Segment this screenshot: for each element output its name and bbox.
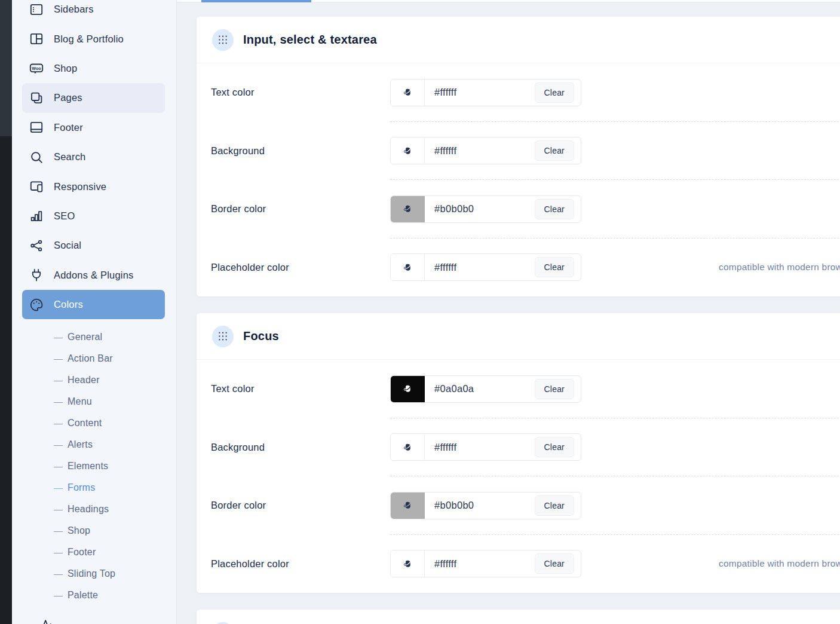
section-header: Focus	[197, 313, 840, 360]
sidebar-item-pages[interactable]: Pages	[22, 83, 165, 112]
sidebar-subitem-alerts[interactable]: — Alerts	[12, 434, 176, 455]
color-picker-control: Clear	[390, 195, 581, 223]
wp-admin-strip[interactable]	[0, 0, 12, 624]
color-swatch-button[interactable]	[391, 550, 425, 577]
hex-color-input[interactable]	[425, 79, 535, 106]
dash-icon: —	[54, 439, 68, 449]
sidebar-item-shop[interactable]: Woo Shop	[22, 54, 165, 83]
settings-section: Input, select & textarea Text color Clea…	[197, 17, 840, 296]
sidebar-item-sidebars[interactable]: Sidebars	[22, 0, 165, 24]
section-rows: Text color Clear Background Clear Border…	[197, 63, 840, 296]
hex-color-input[interactable]	[425, 434, 535, 460]
compatibility-note: compatible with modern browsers	[719, 262, 840, 273]
color-swatch-button[interactable]	[391, 137, 425, 164]
color-setting-row: Text color Clear	[197, 360, 840, 418]
clear-button[interactable]: Clear	[535, 257, 574, 277]
clear-button[interactable]: Clear	[535, 199, 574, 219]
color-swatch-button[interactable]	[391, 376, 425, 402]
sidebar-item-footer[interactable]: Footer	[22, 113, 165, 142]
setting-label: Border color	[211, 500, 390, 511]
setting-label: Background	[211, 442, 390, 453]
color-setting-row: Background Clear	[197, 418, 840, 477]
color-swatch-button[interactable]	[391, 79, 425, 106]
plugins-icon	[29, 267, 44, 283]
sidebar-item-addons-plugins[interactable]: Addons & Plugins	[22, 261, 165, 290]
setting-label: Text color	[211, 383, 390, 394]
color-setting-row: Placeholder color Clear compatible with …	[197, 535, 840, 594]
color-swatch-button[interactable]	[391, 254, 425, 280]
hex-color-input[interactable]	[425, 493, 535, 519]
color-setting-row: Background Clear	[197, 122, 840, 181]
colors-icon	[29, 297, 44, 313]
section-header	[197, 610, 840, 624]
sidebar-subitem-general[interactable]: — General	[12, 326, 176, 348]
woocommerce-icon: Woo	[29, 60, 44, 76]
sidebar-item-social[interactable]: Social	[22, 231, 165, 260]
hex-color-input[interactable]	[425, 550, 535, 577]
tab-bar	[177, 0, 840, 2]
sidebar-subitem-action-bar[interactable]: — Action Bar	[12, 348, 176, 369]
section-cards: Input, select & textarea Text color Clea…	[197, 17, 840, 624]
sidebar-item-blog-portfolio[interactable]: Blog & Portfolio	[22, 24, 165, 53]
hex-color-input[interactable]	[425, 137, 535, 164]
sidebar-subitem-footer[interactable]: — Footer	[12, 542, 176, 563]
search-icon	[29, 149, 44, 165]
blog-portfolio-icon	[29, 31, 44, 47]
dash-icon: —	[54, 353, 68, 363]
color-swatch-button[interactable]	[391, 196, 425, 222]
sidebar-item-seo[interactable]: SEO	[22, 201, 165, 231]
sidebar-item-colors[interactable]: Colors	[22, 290, 165, 319]
sidebars-icon	[29, 2, 44, 17]
footer-icon	[29, 120, 44, 135]
color-setting-row: Border color Clear	[197, 180, 840, 238]
sidebar-subitem-forms[interactable]: — Forms	[12, 477, 176, 498]
clear-button[interactable]: Clear	[535, 379, 574, 399]
color-picker-control: Clear	[390, 550, 581, 577]
color-setting-row: Border color Clear	[197, 476, 840, 535]
drag-handle-icon[interactable]	[212, 29, 234, 51]
section-title: Focus	[243, 329, 279, 343]
hex-color-input[interactable]	[425, 254, 535, 280]
color-picker-control: Clear	[390, 375, 581, 403]
sidebar-subitem-sliding-top[interactable]: — Sliding Top	[12, 563, 176, 585]
setting-label: Placeholder color	[211, 558, 390, 570]
color-swatch-button[interactable]	[391, 434, 425, 460]
color-picker-control: Clear	[390, 79, 581, 106]
drag-handle-icon[interactable]	[212, 326, 234, 347]
sidebar-subitem-shop[interactable]: — Shop	[12, 520, 176, 542]
sidebar-subitem-headings[interactable]: — Headings	[12, 498, 176, 520]
responsive-icon	[29, 179, 44, 194]
dash-icon: —	[54, 375, 68, 385]
dash-icon: —	[54, 504, 68, 514]
hex-color-input[interactable]	[425, 376, 535, 402]
color-picker-control: Clear	[390, 433, 581, 461]
color-picker-control: Clear	[390, 253, 581, 281]
sidebar-subitem-palette[interactable]: — Palette	[12, 585, 176, 606]
setting-label: Border color	[211, 203, 390, 215]
dash-icon: —	[54, 482, 68, 493]
sidebar-subitem-content[interactable]: — Content	[12, 412, 176, 434]
dash-icon: —	[54, 568, 68, 579]
settings-section	[197, 610, 840, 624]
setting-label: Placeholder color	[211, 262, 390, 273]
sidebar-subitem-header[interactable]: — Header	[12, 369, 176, 391]
section-header: Input, select & textarea	[197, 17, 840, 63]
settings-section: Focus Text color Clear Background Clear …	[197, 313, 840, 593]
sidebar-subitem-menu[interactable]: — Menu	[12, 391, 176, 412]
sidebar-item-search[interactable]: Search	[22, 142, 165, 172]
clear-button[interactable]: Clear	[535, 553, 574, 574]
color-swatch-button[interactable]	[391, 493, 425, 519]
clear-button[interactable]: Clear	[535, 495, 574, 516]
sidebar-subitem-elements[interactable]: — Elements	[12, 455, 176, 477]
setting-label: Text color	[211, 87, 390, 98]
colors-submenu: — General — Action Bar — Header — Menu —…	[12, 326, 176, 606]
hex-color-input[interactable]	[425, 196, 535, 222]
social-icon	[29, 238, 44, 253]
drag-handle-icon[interactable]	[212, 622, 234, 624]
clear-button[interactable]: Clear	[535, 437, 574, 457]
sidebar-item-responsive[interactable]: Responsive	[22, 172, 165, 201]
clear-button[interactable]: Clear	[535, 140, 574, 161]
clear-button[interactable]: Clear	[535, 82, 574, 103]
section-title: Input, select & textarea	[243, 33, 377, 47]
sidebar-menu: Sidebars Blog & Portfolio Woo Shop Pages…	[12, 0, 176, 319]
